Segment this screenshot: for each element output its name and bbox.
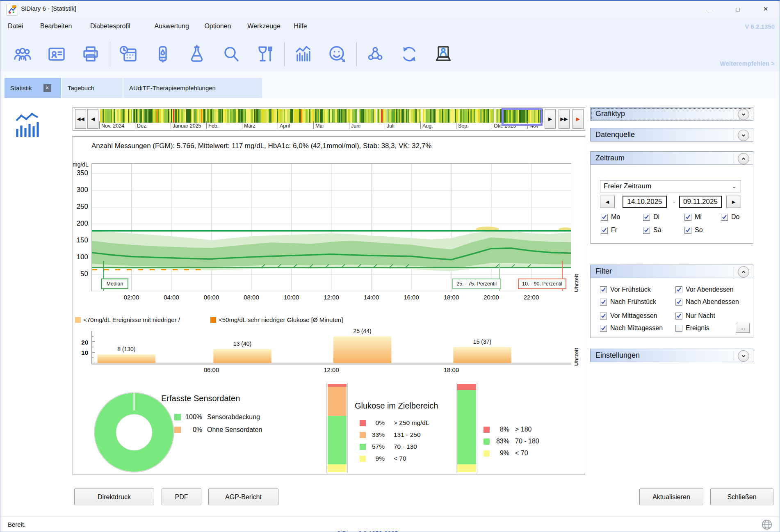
nutrition-icon[interactable]: [255, 44, 275, 64]
panel-header-grafiktyp[interactable]: Grafiktyp: [590, 107, 753, 121]
timeline-heatmap-strip[interactable]: [100, 109, 543, 123]
tab-statistik[interactable]: Statistik✕: [5, 78, 61, 98]
checkbox-box[interactable]: [675, 299, 682, 306]
lab-icon[interactable]: [187, 44, 207, 64]
date-from-field[interactable]: 14.10.2025: [623, 196, 667, 208]
checkbox-box[interactable]: [675, 325, 682, 332]
aktualisieren-button[interactable]: Aktualisieren: [639, 489, 703, 505]
checkbox-box[interactable]: [643, 214, 650, 221]
statistics-icon[interactable]: [293, 44, 313, 64]
checkbox-label: Sa: [653, 226, 661, 234]
checkbox-box[interactable]: [721, 214, 728, 221]
agp-xtick-1800: 18:00: [439, 294, 464, 301]
date-to-field[interactable]: 09.11.2025: [679, 196, 722, 208]
legend-pct: 9%: [490, 450, 509, 457]
agp-bericht-button[interactable]: AGP-Bericht: [208, 489, 278, 505]
timeline-prev-button[interactable]: ◀: [87, 109, 98, 129]
minimize-icon[interactable]: —: [700, 1, 718, 17]
checkbox-vor-frühstück[interactable]: Vor Frühstück: [600, 286, 651, 293]
direktdruck-button[interactable]: Direktdruck: [74, 489, 154, 505]
chevron-up-icon[interactable]: [738, 153, 749, 164]
tab-label: AUdiTE-Therapieempfehlungen: [129, 84, 216, 91]
checkbox-box[interactable]: [684, 227, 691, 234]
print-icon[interactable]: [81, 44, 100, 64]
checkbox-box[interactable]: [675, 286, 682, 293]
chevron-down-icon[interactable]: [738, 130, 749, 141]
checkbox-nur-nacht[interactable]: Nur Nacht: [675, 312, 715, 320]
date-back-button[interactable]: ◀: [600, 196, 615, 208]
checkbox-nach-frühstück[interactable]: Nach Frühstück: [600, 298, 656, 306]
chevron-down-icon[interactable]: [738, 109, 749, 120]
checkbox-box[interactable]: [600, 325, 607, 332]
logbook-icon[interactable]: [119, 44, 139, 64]
schliessen-button[interactable]: Schließen: [710, 489, 773, 505]
search-icon[interactable]: [221, 44, 241, 64]
panel-header-zeitraum[interactable]: Zeitraum: [590, 151, 753, 165]
legend-10-90-perzentil: 10. - 90. Perzentil: [518, 279, 566, 289]
checkbox-vor-mittagessen[interactable]: Vor Mittagessen: [600, 312, 657, 320]
tab-audite-therapieempfehlungen[interactable]: AUdiTE-Therapieempfehlungen: [123, 78, 262, 98]
timeline-month-tick: [242, 121, 242, 129]
checkbox-do[interactable]: Do: [721, 213, 739, 221]
promote-link[interactable]: Weiterempfehlen >: [720, 60, 775, 67]
timeline-next-button[interactable]: ▶: [545, 109, 556, 129]
timeline-today-button[interactable]: ▶: [572, 109, 584, 129]
tab-close-icon[interactable]: ✕: [43, 84, 51, 92]
agp-percentile-chart: [91, 163, 571, 291]
checkbox-so[interactable]: So: [684, 226, 703, 234]
checkbox-mo[interactable]: Mo: [601, 213, 620, 221]
panel-header-datenquelle[interactable]: Datenquelle: [590, 128, 753, 142]
checkbox-box[interactable]: [684, 214, 691, 221]
timeline-last-button[interactable]: ▶▶: [559, 109, 570, 129]
pdf-button[interactable]: PDF: [162, 489, 201, 505]
menu-item-werkzeuge[interactable]: Werkzeuge: [247, 23, 281, 30]
chevron-up-icon[interactable]: [738, 266, 749, 278]
legend-pct: 33%: [366, 431, 385, 438]
panel-header-filter[interactable]: Filter: [590, 265, 753, 278]
checkbox-box[interactable]: [601, 214, 608, 221]
wellbeing-icon[interactable]: [327, 44, 347, 64]
agp-xtick-0800: 08:00: [239, 294, 264, 301]
tab-tagebuch[interactable]: Tagebuch: [62, 78, 123, 98]
checkbox-label: Nach Frühstück: [610, 298, 656, 306]
target-legend-row: 9%< 70: [360, 455, 406, 462]
checkbox-box[interactable]: [600, 313, 607, 320]
menu-item-diabetesprofil[interactable]: Diabetesprofil: [90, 23, 130, 30]
target-range-segment: [328, 387, 347, 416]
checkbox-nach-abendessen[interactable]: Nach Abendessen: [675, 298, 739, 306]
menu-item-hilfe[interactable]: Hilfe: [294, 23, 307, 30]
checkbox-mi[interactable]: Mi: [684, 213, 702, 221]
menu-item-bearbeiten[interactable]: Bearbeiten: [40, 23, 72, 30]
menu-item-auswertung[interactable]: Auswertung: [154, 23, 189, 30]
zeitraum-type-select[interactable]: Freier Zeitraum⌄: [600, 180, 741, 192]
telemedicine-icon[interactable]: [433, 44, 453, 64]
event-filter-more-button[interactable]: ...: [736, 323, 750, 333]
menu-item-datei[interactable]: Datei: [8, 23, 23, 30]
menu-item-optionen[interactable]: Optionen: [204, 23, 231, 30]
profile-card-icon[interactable]: [47, 44, 66, 64]
panel-header-einstellungen[interactable]: Einstellungen: [590, 349, 753, 362]
checkbox-di[interactable]: Di: [643, 213, 659, 221]
checkbox-box[interactable]: [600, 286, 607, 293]
share-icon[interactable]: [365, 44, 385, 64]
close-icon[interactable]: ✕: [757, 1, 775, 17]
checkbox-nach-mittagessen[interactable]: Nach Mittagessen: [600, 324, 663, 332]
timeline-selection[interactable]: [502, 108, 543, 126]
meter-device-icon[interactable]: [153, 44, 173, 64]
checkbox-fr[interactable]: Fr: [601, 226, 617, 234]
checkbox-vor-abendessen[interactable]: Vor Abendessen: [675, 286, 734, 293]
legend-pct: 0%: [181, 426, 202, 434]
globe-icon[interactable]: [761, 518, 773, 531]
patients-icon[interactable]: [13, 44, 32, 64]
chevron-down-icon[interactable]: [738, 350, 749, 362]
maximize-icon[interactable]: □: [729, 1, 747, 17]
checkbox-box[interactable]: [643, 227, 650, 234]
checkbox-box[interactable]: [675, 313, 682, 320]
timeline-first-button[interactable]: ◀◀: [75, 109, 86, 129]
checkbox-sa[interactable]: Sa: [643, 226, 661, 234]
checkbox-box[interactable]: [601, 227, 608, 234]
checkbox-ereignis[interactable]: Ereignis: [675, 324, 709, 332]
date-forward-button[interactable]: ▶: [726, 196, 741, 208]
sync-icon[interactable]: [399, 44, 419, 64]
checkbox-box[interactable]: [600, 299, 607, 306]
